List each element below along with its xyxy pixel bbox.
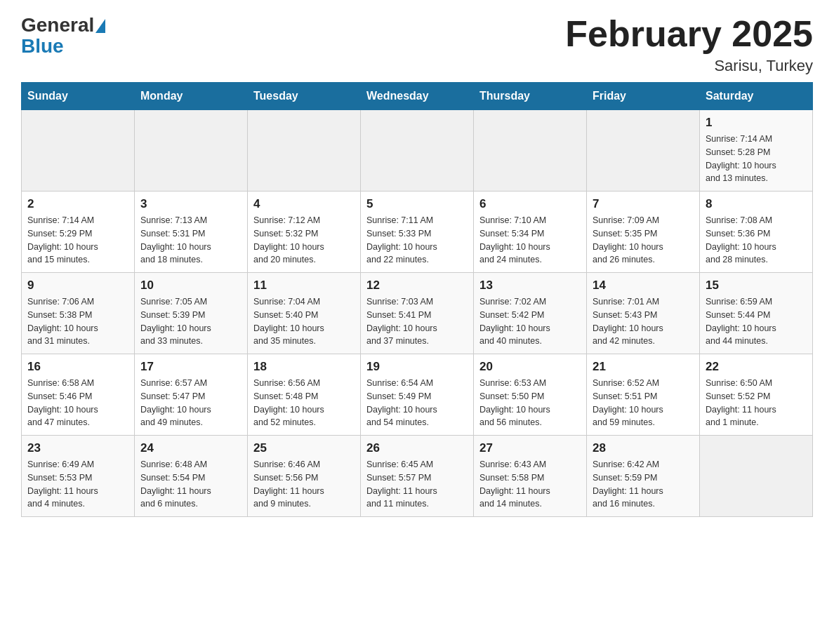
calendar-table: SundayMondayTuesdayWednesdayThursdayFrid… [21,82,813,517]
day-info: Sunrise: 7:01 AM Sunset: 5:43 PM Dayligh… [593,295,694,348]
day-info: Sunrise: 7:02 AM Sunset: 5:42 PM Dayligh… [479,295,581,348]
day-info: Sunrise: 7:10 AM Sunset: 5:34 PM Dayligh… [479,214,581,267]
day-info: Sunrise: 7:14 AM Sunset: 5:28 PM Dayligh… [706,133,807,185]
calendar-cell: 10Sunrise: 7:05 AM Sunset: 5:39 PM Dayli… [135,273,248,354]
page-header: General Blue February 2025 Sarisu, Turke… [21,14,813,75]
day-info: Sunrise: 7:06 AM Sunset: 5:38 PM Dayligh… [27,295,128,348]
calendar-cell: 2Sunrise: 7:14 AM Sunset: 5:29 PM Daylig… [22,192,135,273]
calendar-week-row: 2Sunrise: 7:14 AM Sunset: 5:29 PM Daylig… [22,192,813,273]
day-info: Sunrise: 6:59 AM Sunset: 5:44 PM Dayligh… [706,295,807,348]
calendar-cell [700,436,813,517]
calendar-cell [135,110,248,192]
calendar-cell [361,110,474,192]
day-number: 14 [593,279,694,293]
calendar-week-row: 1Sunrise: 7:14 AM Sunset: 5:28 PM Daylig… [22,110,813,192]
day-number: 26 [366,441,468,455]
day-info: Sunrise: 6:48 AM Sunset: 5:54 PM Dayligh… [140,458,241,511]
weekday-header-friday: Friday [587,83,700,110]
weekday-header-row: SundayMondayTuesdayWednesdayThursdayFrid… [22,83,813,110]
weekday-header-saturday: Saturday [700,83,813,110]
day-info: Sunrise: 7:03 AM Sunset: 5:41 PM Dayligh… [366,295,468,348]
day-number: 15 [706,279,807,293]
location: Sarisu, Turkey [565,57,813,75]
calendar-cell [22,110,135,192]
day-number: 13 [479,279,581,293]
calendar-cell: 9Sunrise: 7:06 AM Sunset: 5:38 PM Daylig… [22,273,135,354]
calendar-cell: 26Sunrise: 6:45 AM Sunset: 5:57 PM Dayli… [361,436,474,517]
day-number: 4 [253,197,355,211]
calendar-cell: 5Sunrise: 7:11 AM Sunset: 5:33 PM Daylig… [361,192,474,273]
calendar-cell: 15Sunrise: 6:59 AM Sunset: 5:44 PM Dayli… [700,273,813,354]
day-number: 3 [140,197,241,211]
calendar-week-row: 16Sunrise: 6:58 AM Sunset: 5:46 PM Dayli… [22,354,813,436]
day-number: 24 [140,441,241,455]
day-info: Sunrise: 7:09 AM Sunset: 5:35 PM Dayligh… [593,214,694,267]
calendar-week-row: 9Sunrise: 7:06 AM Sunset: 5:38 PM Daylig… [22,273,813,354]
calendar-cell: 4Sunrise: 7:12 AM Sunset: 5:32 PM Daylig… [248,192,361,273]
weekday-header-thursday: Thursday [474,83,587,110]
day-info: Sunrise: 6:49 AM Sunset: 5:53 PM Dayligh… [27,458,128,511]
day-number: 17 [140,360,241,374]
day-info: Sunrise: 6:58 AM Sunset: 5:46 PM Dayligh… [27,377,128,429]
day-number: 16 [27,360,128,374]
calendar-cell: 21Sunrise: 6:52 AM Sunset: 5:51 PM Dayli… [587,354,700,436]
day-number: 1 [706,116,807,130]
day-number: 19 [366,360,468,374]
calendar-cell: 23Sunrise: 6:49 AM Sunset: 5:53 PM Dayli… [22,436,135,517]
day-number: 23 [27,441,128,455]
day-number: 28 [593,441,694,455]
day-info: Sunrise: 6:46 AM Sunset: 5:56 PM Dayligh… [253,458,355,511]
calendar-cell: 13Sunrise: 7:02 AM Sunset: 5:42 PM Dayli… [474,273,587,354]
month-title: February 2025 [565,14,813,54]
day-number: 8 [706,197,807,211]
calendar-cell: 11Sunrise: 7:04 AM Sunset: 5:40 PM Dayli… [248,273,361,354]
day-info: Sunrise: 7:04 AM Sunset: 5:40 PM Dayligh… [253,295,355,348]
weekday-header-wednesday: Wednesday [361,83,474,110]
day-info: Sunrise: 6:52 AM Sunset: 5:51 PM Dayligh… [593,377,694,429]
day-info: Sunrise: 7:12 AM Sunset: 5:32 PM Dayligh… [253,214,355,267]
calendar-cell: 7Sunrise: 7:09 AM Sunset: 5:35 PM Daylig… [587,192,700,273]
calendar-cell: 8Sunrise: 7:08 AM Sunset: 5:36 PM Daylig… [700,192,813,273]
calendar-cell: 25Sunrise: 6:46 AM Sunset: 5:56 PM Dayli… [248,436,361,517]
calendar-cell: 22Sunrise: 6:50 AM Sunset: 5:52 PM Dayli… [700,354,813,436]
day-info: Sunrise: 6:56 AM Sunset: 5:48 PM Dayligh… [253,377,355,429]
day-info: Sunrise: 6:42 AM Sunset: 5:59 PM Dayligh… [593,458,694,511]
day-number: 10 [140,279,241,293]
calendar-cell: 28Sunrise: 6:42 AM Sunset: 5:59 PM Dayli… [587,436,700,517]
day-number: 20 [479,360,581,374]
day-info: Sunrise: 7:08 AM Sunset: 5:36 PM Dayligh… [706,214,807,267]
day-info: Sunrise: 6:45 AM Sunset: 5:57 PM Dayligh… [366,458,468,511]
weekday-header-sunday: Sunday [22,83,135,110]
calendar-cell: 19Sunrise: 6:54 AM Sunset: 5:49 PM Dayli… [361,354,474,436]
weekday-header-tuesday: Tuesday [248,83,361,110]
calendar-cell: 27Sunrise: 6:43 AM Sunset: 5:58 PM Dayli… [474,436,587,517]
calendar-cell: 12Sunrise: 7:03 AM Sunset: 5:41 PM Dayli… [361,273,474,354]
calendar-cell [587,110,700,192]
day-number: 25 [253,441,355,455]
day-number: 9 [27,279,128,293]
day-number: 21 [593,360,694,374]
day-info: Sunrise: 6:53 AM Sunset: 5:50 PM Dayligh… [479,377,581,429]
weekday-header-monday: Monday [135,83,248,110]
day-info: Sunrise: 6:54 AM Sunset: 5:49 PM Dayligh… [366,377,468,429]
day-info: Sunrise: 7:05 AM Sunset: 5:39 PM Dayligh… [140,295,241,348]
day-number: 6 [479,197,581,211]
calendar-cell: 1Sunrise: 7:14 AM Sunset: 5:28 PM Daylig… [700,110,813,192]
day-number: 5 [366,197,468,211]
day-info: Sunrise: 7:13 AM Sunset: 5:31 PM Dayligh… [140,214,241,267]
day-info: Sunrise: 7:14 AM Sunset: 5:29 PM Dayligh… [27,214,128,267]
day-number: 12 [366,279,468,293]
calendar-cell [474,110,587,192]
day-number: 7 [593,197,694,211]
calendar-cell [248,110,361,192]
calendar-cell: 24Sunrise: 6:48 AM Sunset: 5:54 PM Dayli… [135,436,248,517]
calendar-cell: 17Sunrise: 6:57 AM Sunset: 5:47 PM Dayli… [135,354,248,436]
day-info: Sunrise: 7:11 AM Sunset: 5:33 PM Dayligh… [366,214,468,267]
calendar-cell: 6Sunrise: 7:10 AM Sunset: 5:34 PM Daylig… [474,192,587,273]
calendar-cell: 16Sunrise: 6:58 AM Sunset: 5:46 PM Dayli… [22,354,135,436]
logo-text-blue: Blue [21,35,105,58]
calendar-cell: 3Sunrise: 7:13 AM Sunset: 5:31 PM Daylig… [135,192,248,273]
calendar-cell: 18Sunrise: 6:56 AM Sunset: 5:48 PM Dayli… [248,354,361,436]
calendar-cell: 14Sunrise: 7:01 AM Sunset: 5:43 PM Dayli… [587,273,700,354]
logo-triangle-icon [95,19,105,33]
